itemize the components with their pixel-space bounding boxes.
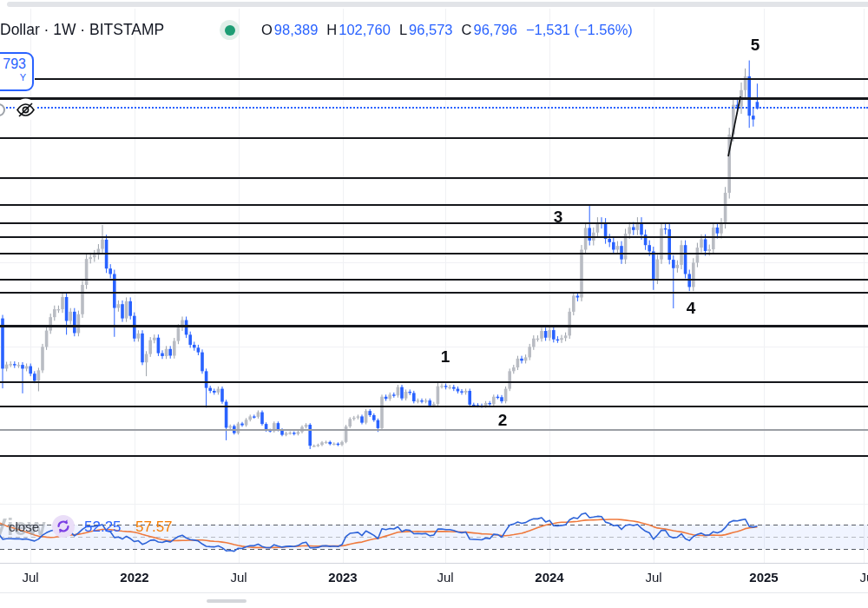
low-value: 96,573 bbox=[409, 22, 452, 38]
wave-label-2[interactable]: 2 bbox=[498, 411, 508, 430]
price-order-widget[interactable]: 793 Y bbox=[0, 52, 34, 91]
price-level-line[interactable] bbox=[0, 253, 868, 254]
open-label: O bbox=[261, 22, 273, 38]
tradingview-chart: Dollar · 1W · BITSTAMP O98,389 H102,760 … bbox=[0, 0, 868, 608]
top-toolbar-edge bbox=[7, 2, 868, 7]
wave-trendline[interactable] bbox=[728, 96, 740, 156]
time-axis-label: 2024 bbox=[535, 570, 563, 585]
price-level-line[interactable] bbox=[35, 78, 868, 80]
price-level-line[interactable] bbox=[0, 177, 868, 179]
scrollbar-remnant bbox=[207, 599, 247, 603]
price-level-line[interactable] bbox=[0, 97, 868, 100]
low-label: L bbox=[399, 22, 407, 38]
time-axis-separator bbox=[0, 563, 868, 564]
close-label: C bbox=[462, 22, 472, 38]
time-axis-label: Jul bbox=[230, 570, 247, 585]
price-level-line[interactable] bbox=[0, 279, 868, 281]
price-level-line[interactable] bbox=[0, 381, 868, 383]
wave-label-1[interactable]: 1 bbox=[441, 347, 450, 367]
price-level-line[interactable] bbox=[0, 236, 868, 238]
time-axis-label: Jul bbox=[22, 570, 38, 585]
bottom-divider bbox=[0, 592, 868, 593]
high-label: H bbox=[326, 22, 337, 38]
open-value: 98,389 bbox=[274, 22, 318, 38]
price-level-line[interactable] bbox=[0, 429, 868, 430]
high-value: 102,760 bbox=[339, 22, 391, 38]
price-level-line[interactable] bbox=[0, 222, 868, 224]
time-axis-label: Jul bbox=[645, 570, 661, 585]
price-level-line[interactable] bbox=[0, 455, 868, 457]
rsi-indicator-label[interactable]: close bbox=[9, 519, 39, 534]
wave-label-4[interactable]: 4 bbox=[687, 299, 696, 318]
price-order-value: 793 bbox=[0, 56, 26, 72]
rsi-pane-header: View close 52.25 57.57 bbox=[0, 517, 260, 541]
time-axis-label: 2022 bbox=[120, 570, 148, 585]
price-level-line[interactable] bbox=[0, 137, 868, 139]
time-axis-label: Jul bbox=[859, 570, 868, 585]
price-level-line[interactable] bbox=[0, 292, 868, 294]
ohlc-values: O98,389 H102,760 L96,573 C96,796 −1,531 … bbox=[261, 22, 633, 38]
price-level-line[interactable] bbox=[0, 325, 868, 327]
time-axis-label: Jul bbox=[437, 570, 453, 585]
refresh-spinner-icon[interactable] bbox=[52, 515, 75, 538]
price-order-button-label: Y bbox=[0, 72, 26, 83]
price-level-line[interactable] bbox=[0, 204, 868, 206]
rsi-value: 52.25 bbox=[84, 519, 122, 536]
price-level-line[interactable] bbox=[0, 406, 868, 407]
rsi-ma-value: 57.57 bbox=[135, 519, 173, 536]
hide-price-line-button[interactable] bbox=[14, 98, 37, 122]
data-status-dot bbox=[225, 25, 235, 36]
time-axis-label: 2025 bbox=[749, 570, 778, 585]
data-status-halo bbox=[220, 20, 240, 40]
change-value: −1,531 (−1.56%) bbox=[526, 22, 633, 38]
wave-label-3[interactable]: 3 bbox=[554, 208, 563, 227]
close-value: 96,796 bbox=[473, 22, 516, 38]
time-axis-label: 2023 bbox=[328, 570, 357, 585]
symbol-title[interactable]: Dollar · 1W · BITSTAMP bbox=[0, 21, 164, 39]
chart-header: Dollar · 1W · BITSTAMP O98,389 H102,760 … bbox=[0, 18, 868, 43]
